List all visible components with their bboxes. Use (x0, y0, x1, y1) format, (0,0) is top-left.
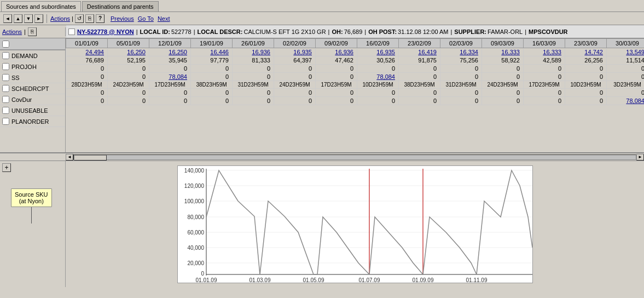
cell-schedrcpt-11: 0 (524, 73, 565, 81)
cell-planorder-11: 0 (524, 97, 565, 105)
toolbar-refresh-btn[interactable]: ↺ (75, 14, 84, 23)
col-header-19-01-09: 19/01/09 (191, 39, 233, 48)
cell-demand-4[interactable]: 16,936 (233, 48, 274, 56)
row-label-demand: DEMAND (11, 53, 38, 59)
col-header-16-03-09: 16/03/09 (524, 39, 565, 48)
tab-sources[interactable]: Sources and subordinates (1, 1, 81, 12)
cell-unuseable-12: 0 (565, 89, 607, 97)
cell-projoh-0: 76,689 (66, 56, 108, 65)
supplier-label: SUPPLIER: (454, 28, 486, 35)
cell-demand-5[interactable]: 16,935 (274, 48, 316, 56)
row-checkbox-ss[interactable] (2, 74, 9, 81)
cell-schedrcpt-8: 0 (399, 73, 440, 81)
cell-covdur-12: 10D23H59M (565, 81, 607, 89)
cell-projoh-8: 91,875 (399, 56, 440, 65)
cell-projoh-2: 35,945 (149, 56, 191, 65)
row-checkbox-projoh[interactable] (2, 63, 9, 70)
row-checkbox-demand[interactable] (2, 52, 9, 59)
actions-pipe: | (24, 28, 26, 35)
cell-schedrcpt-5: 0 (274, 73, 316, 81)
svg-text:140,000: 140,000 (184, 168, 204, 174)
bottom-panel: + Source SKU (at Nyon) 140,000 120,000 1… (0, 161, 644, 287)
row-checkbox-schedrcpt[interactable] (2, 85, 9, 92)
tab-destinations[interactable]: Destinations and parents (82, 1, 159, 12)
cell-demand-7[interactable]: 16,935 (357, 48, 399, 56)
actions-menu-link[interactable]: Actions (50, 15, 70, 22)
col-header-09-03-09: 09/03/09 (482, 39, 524, 48)
cell-demand-12[interactable]: 14,742 (565, 48, 607, 56)
svg-text:01.01.09: 01.01.09 (195, 277, 217, 283)
left-row-ss: SS (0, 72, 65, 83)
scrollbar-track[interactable] (73, 154, 636, 160)
svg-text:40,000: 40,000 (187, 245, 204, 251)
scrollbar-area[interactable]: ◄ ► (0, 153, 644, 161)
cell-demand-0[interactable]: 24,494 (66, 48, 108, 56)
oh-post-value: 31.12.08 12:00 AM (398, 28, 448, 35)
toolbar-btn-1[interactable]: ◄ (3, 14, 12, 23)
cell-planorder-3: 0 (191, 97, 233, 105)
cell-schedrcpt-7[interactable]: 78,084 (357, 73, 399, 81)
cell-unuseable-9: 0 (440, 89, 482, 97)
cell-demand-6[interactable]: 16,936 (316, 48, 357, 56)
cell-demand-10[interactable]: 16,333 (482, 48, 524, 56)
cell-schedrcpt-2[interactable]: 78,084 (149, 73, 191, 81)
grid-row-projoh: 76,68952,19535,94597,77981,33364,39747,4… (66, 56, 645, 65)
cell-demand-2[interactable]: 16,250 (149, 48, 191, 56)
grid-row-demand: 24,49416,25016,25016,44616,93616,93516,9… (66, 48, 645, 56)
data-table: 01/01/0905/01/0912/01/0919/01/0926/01/09… (66, 38, 644, 105)
cell-schedrcpt-12: 0 (565, 73, 607, 81)
col-header-30-03-09: 30/03/09 (607, 39, 645, 48)
left-row-unuseable: UNUSEABLE (0, 105, 65, 116)
cell-schedrcpt-6: 0 (316, 73, 357, 81)
cell-demand-9[interactable]: 16,334 (440, 48, 482, 56)
cell-demand-13[interactable]: 13,549 (607, 48, 645, 56)
svg-text:01.11.09: 01.11.09 (466, 277, 487, 283)
cell-demand-11[interactable]: 16,333 (524, 48, 565, 56)
add-button[interactable]: + (2, 163, 11, 172)
scroll-left-btn[interactable]: ◄ (66, 154, 73, 161)
grid-section: DEMANDPROJOHSSSCHEDRCPTCovDurUNUSEABLEPL… (0, 38, 644, 153)
cell-planorder-13[interactable]: 78,084 (607, 97, 645, 105)
sku-link[interactable]: NY-522778 @ NYON (77, 28, 134, 35)
cell-demand-3[interactable]: 16,446 (191, 48, 233, 56)
cell-planorder-7: 0 (357, 97, 399, 105)
svg-text:120,000: 120,000 (184, 183, 204, 189)
local-id-label: LOCAL ID: (140, 28, 170, 35)
svg-text:01.05.09: 01.05.09 (303, 277, 324, 283)
cell-covdur-1: 24D23H59M (108, 81, 149, 89)
col-header-16-02-09: 16/02/09 (357, 39, 399, 48)
page-wrapper: Sources and subordinates Destinations an… (0, 0, 644, 298)
tab-bar: Sources and subordinates Destinations an… (0, 0, 644, 12)
nav-next[interactable]: Next (158, 15, 170, 22)
actions-link[interactable]: Actions (2, 28, 22, 35)
cell-ss-1: 0 (108, 65, 149, 73)
scroll-right-btn[interactable]: ► (636, 154, 644, 161)
toolbar-btn-4[interactable]: ► (34, 14, 43, 23)
row-checkbox-planorder[interactable] (2, 118, 9, 125)
cell-covdur-7: 10D23H59M (357, 81, 399, 89)
select-all-checkbox[interactable] (2, 41, 9, 48)
cell-unuseable-4: 0 (233, 89, 274, 97)
copy-btn[interactable]: ⎘ (28, 27, 37, 36)
info-bar: NY-522778 @ NYON | LOCAL ID: 522778 | LO… (66, 25, 644, 38)
cell-planorder-6: 0 (316, 97, 357, 105)
cell-covdur-4: 31D23H59M (233, 81, 274, 89)
scrollbar-thumb[interactable] (74, 155, 107, 161)
cell-schedrcpt-13: 0 (607, 73, 645, 81)
cell-ss-11: 0 (524, 65, 565, 73)
toolbar-btn-2[interactable]: ▲ (14, 14, 22, 23)
toolbar-copy-btn[interactable]: ⎘ (85, 14, 94, 23)
left-row-covdur: CovDur (0, 94, 65, 105)
row-checkbox-unuseable[interactable] (2, 107, 9, 114)
nav-goto[interactable]: Go To (138, 15, 154, 22)
cell-ss-4: 0 (233, 65, 274, 73)
right-grid[interactable]: 01/01/0905/01/0912/01/0919/01/0926/01/09… (66, 38, 644, 152)
cell-demand-8[interactable]: 16,419 (399, 48, 440, 56)
toolbar-help-btn[interactable]: ? (96, 14, 105, 23)
cell-demand-1[interactable]: 16,250 (108, 48, 149, 56)
cell-planorder-5: 0 (274, 97, 316, 105)
cell-projoh-4: 81,333 (233, 56, 274, 65)
toolbar-btn-3[interactable]: ▼ (24, 14, 33, 23)
nav-previous[interactable]: Previous (111, 15, 134, 22)
row-checkbox-covdur[interactable] (2, 96, 9, 103)
